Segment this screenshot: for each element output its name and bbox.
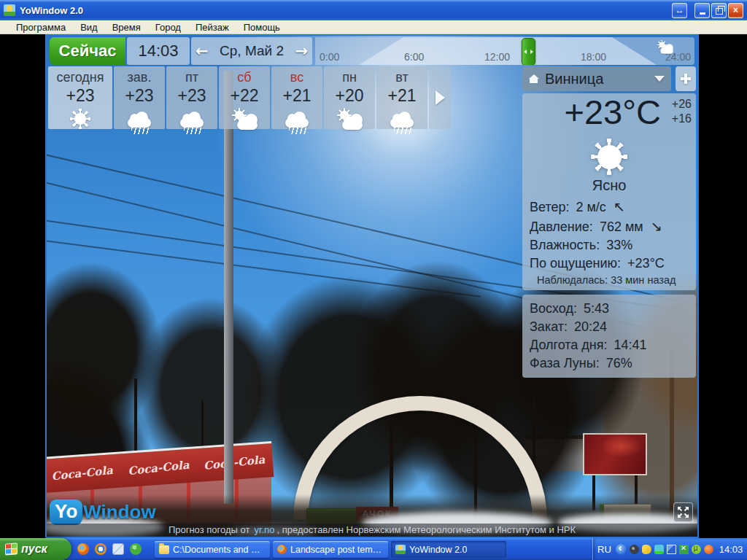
current-weather-block: +23°C +26 +16 Ясно Ветер:2 м/с↖ Давление… (522, 93, 696, 290)
day-timeline[interactable]: 0:00 6:00 12:00 18:00 24:00 (315, 37, 694, 65)
day-name: пн (324, 70, 375, 85)
restore-icon (716, 8, 723, 15)
tray-browser-icon[interactable] (704, 545, 713, 554)
forecast-next-button[interactable] (429, 66, 451, 129)
start-button[interactable]: пуск (0, 538, 71, 560)
tray-phone-icon[interactable] (642, 545, 651, 554)
yowindow-icon (395, 545, 406, 554)
taskbar-item-explorer[interactable]: C:\Documents and Se... (155, 541, 270, 558)
menu-city[interactable]: Город (148, 22, 188, 33)
feels-like-line: По ощущению:+23°C (530, 256, 689, 271)
weather-icon (333, 106, 365, 133)
day-temp: +21 (271, 86, 322, 106)
menu-help[interactable]: Помощь (236, 22, 287, 33)
weather-icon (386, 106, 418, 133)
window-title: YoWindow 2.0 (20, 5, 672, 16)
day-name: сб (219, 70, 270, 85)
day-name: зав. (114, 70, 165, 85)
awning-text: Coca-Cola (51, 464, 114, 483)
attribution-bar: Прогноз погоды отyr.no, предоставлен Нор… (47, 524, 697, 537)
forecast-card-today[interactable]: сегодня +23 (48, 66, 112, 129)
day-temp: +22 (219, 86, 270, 106)
day-temp: +21 (376, 86, 427, 106)
language-indicator[interactable]: RU (597, 544, 611, 555)
firefox-icon[interactable] (77, 543, 89, 555)
app-icon (4, 4, 15, 16)
current-date: Ср, Май 2 (220, 43, 284, 59)
forecast-card[interactable]: вт +21 (376, 66, 427, 129)
timeline-tick: 18:00 (581, 51, 606, 63)
weather-icon (64, 106, 96, 133)
time-slider-handle[interactable] (522, 38, 535, 65)
timeline-tick: 12:00 (484, 51, 510, 63)
logo-yo: Yo (50, 499, 82, 525)
restore-button[interactable] (711, 3, 727, 18)
task-label: Landscape post templ... (290, 545, 384, 555)
next-arrow-icon (436, 90, 445, 105)
next-day-button[interactable]: → (295, 42, 308, 60)
tray-swirl-icon[interactable] (630, 545, 639, 554)
windows-logo-icon (5, 542, 18, 555)
observed-line: Наблюдалась: 33 мин назад (530, 274, 689, 286)
close-button[interactable]: × (728, 3, 743, 18)
fullscreen-icon (676, 505, 690, 519)
menu-bar: Программа Вид Время Город Пейзаж Помощь (0, 20, 747, 34)
taskbar: пуск C:\Documents and Se... Landscape po… (0, 538, 747, 560)
taskbar-item-yowindow[interactable]: YoWindow 2.0 (391, 541, 506, 558)
tray-clock[interactable]: 14:03 (719, 544, 743, 555)
task-label: C:\Documents and Se... (173, 545, 266, 555)
forecast-card[interactable]: вс +21 (271, 66, 322, 129)
prev-day-button[interactable]: ← (196, 42, 209, 60)
tray-torrent-icon[interactable] (692, 545, 701, 554)
billboard (583, 433, 647, 475)
firefox-icon (277, 545, 287, 554)
tray-collapse-icon[interactable] (616, 544, 627, 555)
wind-direction-icon: ↖ (614, 198, 625, 214)
weather-icon (228, 106, 260, 133)
forecast-card[interactable]: пт +23 (166, 66, 217, 129)
messenger-launch-icon[interactable] (130, 543, 142, 555)
title-bar: YoWindow 2.0 ↔ × (0, 0, 747, 20)
minimize-button[interactable] (694, 3, 710, 18)
weather-icon (176, 106, 208, 133)
forecast-card[interactable]: зав. +23 (114, 66, 165, 129)
logo-window: Window (83, 501, 155, 524)
day-length-line: Долгота дня:14:41 (530, 338, 689, 353)
home-icon (529, 74, 540, 83)
menu-landscape[interactable]: Пейзаж (188, 22, 236, 33)
fullscreen-button[interactable] (673, 502, 693, 522)
taskbar-item-browser[interactable]: Landscape post templ... (273, 541, 388, 558)
resize-button[interactable]: ↔ (672, 3, 687, 18)
city-name: Винница (545, 71, 654, 88)
menu-time[interactable]: Время (105, 22, 148, 33)
forecast-card[interactable]: пн +20 (324, 66, 375, 129)
folder-icon (159, 545, 169, 554)
tray-package-icon[interactable] (679, 545, 689, 554)
wind-line: Ветер:2 м/с↖ (530, 198, 689, 215)
start-label: пуск (21, 542, 47, 556)
condition-text: Ясно (522, 177, 696, 194)
yrno-link[interactable]: yr.no (254, 524, 274, 535)
menu-view[interactable]: Вид (73, 22, 105, 33)
weather-details: Ветер:2 м/с↖ Давление:762 мм↘ Влажность:… (522, 198, 696, 286)
mail-icon[interactable] (112, 543, 124, 555)
low-temp: +16 (672, 112, 692, 125)
attribution-text: , предоставлен Норвежским Метеорологичес… (277, 524, 576, 535)
date-navigator: ← Ср, Май 2 → (191, 37, 312, 65)
forecast-card[interactable]: сб +22 (219, 66, 270, 129)
media-player-icon[interactable] (95, 543, 107, 555)
day-name: пт (166, 70, 217, 85)
city-selector[interactable]: Винница (522, 66, 671, 91)
add-city-button[interactable] (676, 66, 696, 91)
awning-text: Coca-Cola (127, 459, 190, 478)
tray-messenger-icon[interactable] (654, 545, 664, 554)
yowindow-logo: Yo Window (50, 499, 156, 525)
day-temp: +23 (166, 86, 217, 106)
humidity-line: Влажность:33% (530, 238, 689, 253)
menu-program[interactable]: Программа (9, 22, 73, 33)
day-name: вс (271, 70, 322, 85)
now-button[interactable]: Сейчас (50, 37, 125, 65)
day-temp: +20 (324, 86, 375, 106)
task-label: YoWindow 2.0 (409, 545, 467, 555)
tray-network-icon[interactable] (667, 545, 676, 554)
